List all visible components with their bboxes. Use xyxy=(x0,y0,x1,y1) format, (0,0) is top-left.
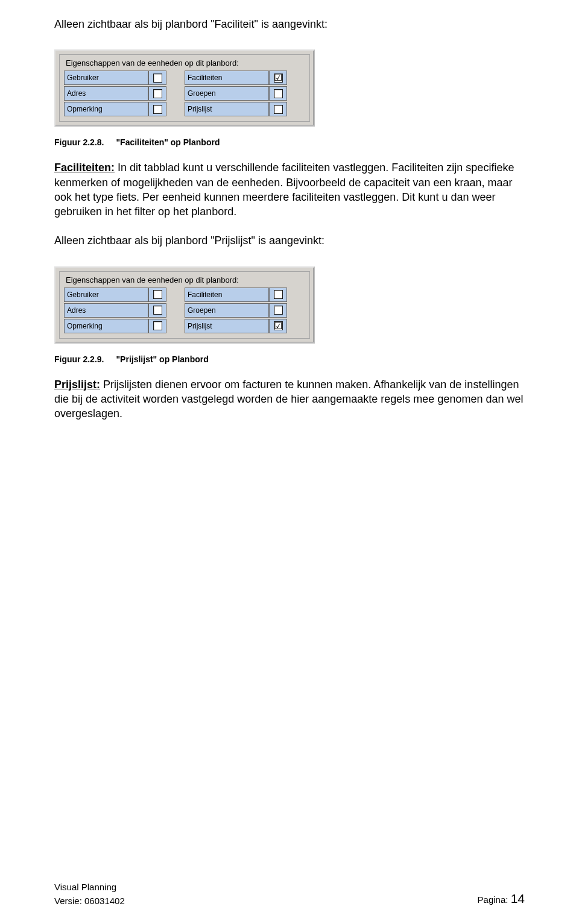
panel1-check-faciliteiten[interactable] xyxy=(269,71,287,85)
panel1-label-groepen: Groepen xyxy=(185,86,269,101)
panel2-label-adres: Adres xyxy=(64,303,148,318)
panel2-check-faciliteiten[interactable] xyxy=(269,288,287,302)
intro-text-2: Alleen zichtbaar als bij planbord "Prijs… xyxy=(54,233,525,248)
para4-heading: Prijslijst: xyxy=(54,379,100,391)
panel1-check-groepen[interactable] xyxy=(269,86,287,101)
intro-text-1: Alleen zichtbaar als bij planbord "Facil… xyxy=(54,17,525,31)
panel2-legend: Eigenschappen van de eenheden op dit pla… xyxy=(64,275,305,284)
figure-caption-1: Figuur 2.2.8. "Faciliteiten" op Planbord xyxy=(54,137,525,147)
para2-body: In dit tabblad kunt u verschillende faci… xyxy=(54,162,514,218)
panel2-label-prijslijst: Prijslijst xyxy=(185,319,269,333)
panel1-check-gebruiker[interactable] xyxy=(148,71,166,85)
panel2-check-adres[interactable] xyxy=(148,303,166,318)
panel2-check-groepen[interactable] xyxy=(269,303,287,318)
panel2-check-prijslijst[interactable] xyxy=(269,319,287,333)
caption2-number: Figuur 2.2.9. xyxy=(54,354,104,364)
panel1-check-adres[interactable] xyxy=(148,86,166,101)
panel2-label-gebruiker: Gebruiker xyxy=(64,288,148,302)
settings-panel-2: Eigenschappen van de eenheden op dit pla… xyxy=(54,266,315,344)
panel1-label-opmerking: Opmerking xyxy=(64,102,148,116)
panel2-label-groepen: Groepen xyxy=(185,303,269,318)
panel2-label-opmerking: Opmerking xyxy=(64,319,148,333)
footer-title: Visual Planning xyxy=(54,882,125,892)
paragraph-faciliteiten: Faciliteiten: In dit tabblad kunt u vers… xyxy=(54,160,525,219)
footer-page-label: Pagina: xyxy=(478,894,511,905)
footer-version: Versie: 06031402 xyxy=(54,896,125,906)
panel1-legend: Eigenschappen van de eenheden op dit pla… xyxy=(64,58,305,68)
settings-panel-1: Eigenschappen van de eenheden op dit pla… xyxy=(54,49,315,127)
figure-caption-2: Figuur 2.2.9. "Prijslijst" op Planbord xyxy=(54,354,525,364)
panel2-check-opmerking[interactable] xyxy=(148,319,166,333)
footer-page: Pagina: 14 xyxy=(478,891,525,906)
panel1-check-prijslijst[interactable] xyxy=(269,102,287,116)
footer-page-number: 14 xyxy=(511,891,525,905)
panel2-check-gebruiker[interactable] xyxy=(148,288,166,302)
caption1-text: "Faciliteiten" op Planbord xyxy=(116,137,220,147)
page-footer: Visual Planning Versie: 06031402 Pagina:… xyxy=(54,882,525,906)
paragraph-prijslijst: Prijslijst: Prijslijsten dienen ervoor o… xyxy=(54,377,525,421)
para4-body: Prijslijsten dienen ervoor om facturen t… xyxy=(54,379,523,420)
para2-heading: Faciliteiten: xyxy=(54,162,115,174)
panel1-label-faciliteiten: Faciliteiten xyxy=(185,71,269,85)
panel2-label-faciliteiten: Faciliteiten xyxy=(185,288,269,302)
caption1-number: Figuur 2.2.8. xyxy=(54,137,104,147)
panel1-label-adres: Adres xyxy=(64,86,148,101)
panel1-label-gebruiker: Gebruiker xyxy=(64,71,148,85)
panel1-label-prijslijst: Prijslijst xyxy=(185,102,269,116)
caption2-text: "Prijslijst" op Planbord xyxy=(116,354,208,364)
panel1-check-opmerking[interactable] xyxy=(148,102,166,116)
